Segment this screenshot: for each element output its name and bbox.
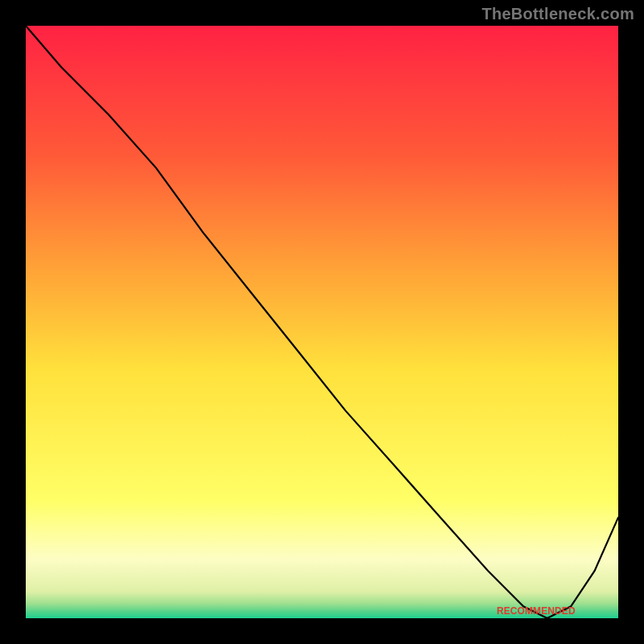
chart-background <box>26 26 618 618</box>
recommended-annotation: RECOMMENDED <box>497 605 576 617</box>
watermark: TheBottleneck.com <box>481 5 634 23</box>
chart-frame: TheBottleneck.com RECOMMENDED <box>0 0 644 644</box>
chart-svg <box>26 26 618 618</box>
plot-area: RECOMMENDED <box>26 26 618 618</box>
